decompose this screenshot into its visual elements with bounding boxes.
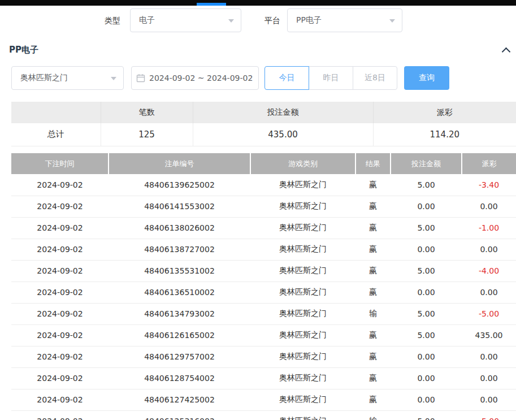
chevron-down-icon [389,19,395,23]
table-row: 2024-09-02 48406136510002 奥林匹斯之门 赢 0.00 … [11,282,516,303]
result-cell: 赢 [355,174,391,196]
bet-time-cell: 2024-09-02 [11,217,109,239]
table-row: 2024-09-02 48406127425002 奥林匹斯之门 赢 0.00 … [11,389,516,410]
result-cell: 输 [355,410,391,420]
bet-amount-cell: 0.00 [391,346,462,367]
table-row: 2024-09-02 48406139625002 奥林匹斯之门 赢 5.00 … [11,174,516,196]
game-select[interactable]: 奥林匹斯之门 [11,66,124,90]
result-cell: 赢 [355,217,391,239]
bet-time-cell: 2024-09-02 [11,260,109,282]
table-row: 2024-09-02 48406134793002 奥林匹斯之门 输 5.00 … [11,303,516,324]
bet-time-cell: 2024-09-02 [11,239,109,260]
yesterday-button[interactable]: 昨日 [309,66,353,90]
bet-time-cell: 2024-09-02 [11,174,109,196]
bet-time-cell: 2024-09-02 [11,346,109,367]
result-cell: 输 [355,303,391,324]
summary-col-count: 笔数 [101,102,193,123]
bet-time-cell: 2024-09-02 [11,324,109,346]
collapse-chevron-icon[interactable] [502,47,511,57]
calendar-icon [136,73,145,83]
order-id-cell: 48406138026002 [109,217,250,239]
bet-amount-cell: 0.00 [391,239,462,260]
bet-amount-cell: 0.00 [391,196,462,217]
game-category-cell: 奥林匹斯之门 [250,367,355,389]
bet-amount-cell: 5.00 [391,324,462,346]
order-id-cell: 48406126165002 [109,324,250,346]
platform-label: 平台 [264,16,280,25]
bet-table-body: 2024-09-02 48406139625002 奥林匹斯之门 赢 5.00 … [11,174,516,420]
game-category-cell: 奥林匹斯之门 [250,260,355,282]
summary-col-payout: 派彩 [373,102,516,123]
col-header-payout: 派彩 [462,153,516,174]
summary-col-bet-amount: 投注金额 [193,102,373,123]
game-category-cell: 奥林匹斯之门 [250,217,355,239]
result-cell: 赢 [355,346,391,367]
game-category-cell: 奥林匹斯之门 [250,303,355,324]
result-cell: 赢 [355,196,391,217]
section-title: PP电子 [9,45,38,55]
chevron-down-icon [111,77,116,80]
bet-amount-cell: 0.00 [391,282,462,303]
bet-time-cell: 2024-09-02 [11,196,109,217]
chevron-down-icon [228,19,234,23]
result-cell: 赢 [355,282,391,303]
bet-table: 下注时间 注单编号 游戏类别 结果 投注金额 派彩 2024-09-02 484… [11,153,516,420]
result-cell: 赢 [355,367,391,389]
active-tab-indicator [197,3,226,6]
bet-time-cell: 2024-09-02 [11,367,109,389]
col-header-result: 结果 [355,153,391,174]
table-row: 2024-09-02 48406128754002 奥林匹斯之门 赢 0.00 … [11,367,516,389]
type-label: 类型 [105,16,120,25]
bet-amount-cell: 5.00 [391,217,462,239]
payout-cell: -4.00 [462,260,516,282]
summary-table: 笔数 投注金额 派彩 总计 125 435.00 114.20 [11,102,516,146]
bet-amount-cell: 0.00 [391,367,462,389]
date-range-input[interactable]: 2024-09-02 ~ 2024-09-02 [131,66,259,90]
col-header-order-id: 注单编号 [109,153,250,174]
game-category-cell: 奥林匹斯之门 [250,324,355,346]
search-button[interactable]: 查询 [404,66,449,90]
quick-date-button-group: 今日 昨日 近8日 [264,66,397,90]
payout-cell: 0.00 [462,196,516,217]
game-category-cell: 奥林匹斯之门 [250,346,355,367]
table-row: 2024-09-02 48406138026002 奥林匹斯之门 赢 5.00 … [11,217,516,239]
bet-amount-cell: 5.00 [391,174,462,196]
col-header-bet-time: 下注时间 [11,153,109,174]
summary-corner-cell [11,102,101,123]
payout-cell: 0.00 [462,346,516,367]
order-id-cell: 48406129757002 [109,346,250,367]
payout-cell: 0.00 [462,239,516,260]
summary-total-payout: 114.20 [373,123,516,146]
bet-time-cell: 2024-09-02 [11,282,109,303]
game-category-cell: 奥林匹斯之门 [250,196,355,217]
order-id-cell: 48406136510002 [109,282,250,303]
result-cell: 赢 [355,324,391,346]
type-select[interactable]: 电子 [130,8,241,32]
bet-amount-cell: 5.00 [391,260,462,282]
col-header-bet-amount: 投注金额 [391,153,462,174]
game-select-value: 奥林匹斯之门 [20,73,106,83]
result-cell: 赢 [355,260,391,282]
order-id-cell: 48406134793002 [109,303,250,324]
order-id-cell: 48406138727002 [109,239,250,260]
order-id-cell: 48406139625002 [109,174,250,196]
game-category-cell: 奥林匹斯之门 [250,389,355,410]
bet-amount-cell: 0.00 [391,389,462,410]
payout-cell: 0.00 [462,367,516,389]
summary-total-label: 总计 [11,123,101,146]
last8days-button[interactable]: 近8日 [353,66,397,90]
order-id-cell: 48406135531002 [109,260,250,282]
game-category-cell: 奥林匹斯之门 [250,410,355,420]
payout-cell: -5.00 [462,303,516,324]
today-button[interactable]: 今日 [264,66,309,90]
payout-cell: 0.00 [462,389,516,410]
order-id-cell: 48406127425002 [109,389,250,410]
payout-cell: -3.40 [462,174,516,196]
bet-time-cell: 2024-09-02 [11,389,109,410]
result-cell: 赢 [355,239,391,260]
platform-select[interactable]: PP电子 [287,8,402,32]
table-row: 2024-09-02 48406135531002 奥林匹斯之门 赢 5.00 … [11,260,516,282]
platform-select-value: PP电子 [296,15,385,25]
type-select-value: 电子 [139,15,224,25]
game-category-cell: 奥林匹斯之门 [250,282,355,303]
